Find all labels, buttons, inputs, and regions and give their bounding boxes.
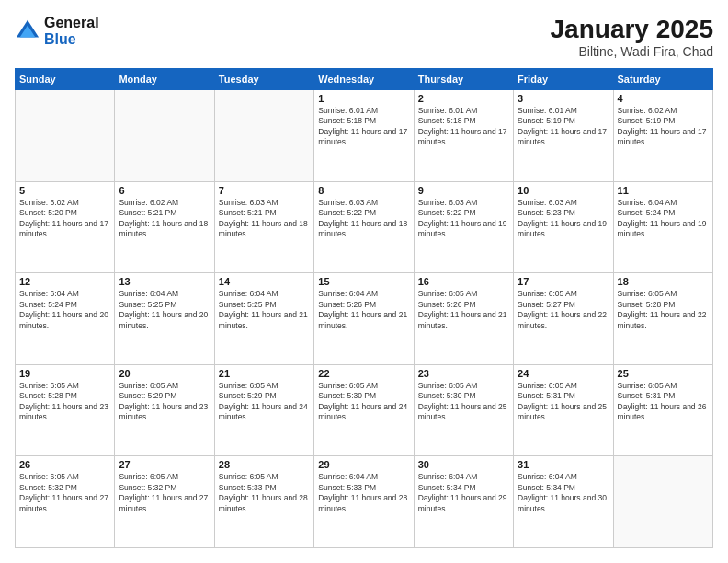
day-info: Sunrise: 6:02 AM Sunset: 5:19 PM Dayligh… xyxy=(618,106,709,148)
day-number: 13 xyxy=(119,276,210,287)
calendar-cell xyxy=(214,90,313,182)
col-tuesday: Tuesday xyxy=(214,69,313,90)
day-number: 30 xyxy=(418,459,509,470)
day-number: 26 xyxy=(19,459,110,470)
day-number: 24 xyxy=(518,368,609,379)
calendar-cell: 31Sunrise: 6:04 AM Sunset: 5:34 PM Dayli… xyxy=(514,456,613,548)
col-friday: Friday xyxy=(514,69,613,90)
day-number: 2 xyxy=(418,93,509,104)
day-info: Sunrise: 6:05 AM Sunset: 5:28 PM Dayligh… xyxy=(618,289,709,331)
day-number: 18 xyxy=(618,276,709,287)
calendar-cell: 1Sunrise: 6:01 AM Sunset: 5:18 PM Daylig… xyxy=(314,90,414,182)
calendar-cell: 19Sunrise: 6:05 AM Sunset: 5:28 PM Dayli… xyxy=(16,364,115,456)
calendar-cell: 3Sunrise: 6:01 AM Sunset: 5:19 PM Daylig… xyxy=(514,90,613,182)
calendar-table: Sunday Monday Tuesday Wednesday Thursday… xyxy=(15,68,713,548)
calendar-cell: 5Sunrise: 6:02 AM Sunset: 5:20 PM Daylig… xyxy=(16,181,115,273)
calendar-cell: 14Sunrise: 6:04 AM Sunset: 5:25 PM Dayli… xyxy=(214,273,313,365)
day-info: Sunrise: 6:05 AM Sunset: 5:26 PM Dayligh… xyxy=(418,289,509,331)
calendar-cell: 9Sunrise: 6:03 AM Sunset: 5:22 PM Daylig… xyxy=(414,181,513,273)
calendar-cell xyxy=(16,90,115,182)
day-info: Sunrise: 6:01 AM Sunset: 5:18 PM Dayligh… xyxy=(318,106,409,148)
calendar-cell: 12Sunrise: 6:04 AM Sunset: 5:24 PM Dayli… xyxy=(16,273,115,365)
calendar-week-4: 26Sunrise: 6:05 AM Sunset: 5:32 PM Dayli… xyxy=(16,456,713,548)
calendar-cell: 10Sunrise: 6:03 AM Sunset: 5:23 PM Dayli… xyxy=(514,181,613,273)
main-title: January 2025 xyxy=(551,15,713,44)
day-number: 27 xyxy=(119,459,210,470)
day-number: 25 xyxy=(618,368,709,379)
day-info: Sunrise: 6:05 AM Sunset: 5:33 PM Dayligh… xyxy=(219,472,310,514)
day-info: Sunrise: 6:02 AM Sunset: 5:21 PM Dayligh… xyxy=(119,198,210,240)
calendar-cell: 2Sunrise: 6:01 AM Sunset: 5:18 PM Daylig… xyxy=(414,90,513,182)
calendar-week-0: 1Sunrise: 6:01 AM Sunset: 5:18 PM Daylig… xyxy=(16,90,713,182)
day-info: Sunrise: 6:04 AM Sunset: 5:26 PM Dayligh… xyxy=(318,289,409,331)
calendar-cell: 4Sunrise: 6:02 AM Sunset: 5:19 PM Daylig… xyxy=(613,90,712,182)
calendar-cell: 22Sunrise: 6:05 AM Sunset: 5:30 PM Dayli… xyxy=(314,364,414,456)
day-info: Sunrise: 6:04 AM Sunset: 5:25 PM Dayligh… xyxy=(219,289,310,331)
col-thursday: Thursday xyxy=(414,69,513,90)
day-number: 14 xyxy=(219,276,310,287)
day-number: 19 xyxy=(19,368,110,379)
day-info: Sunrise: 6:03 AM Sunset: 5:21 PM Dayligh… xyxy=(219,198,310,240)
calendar-cell: 30Sunrise: 6:04 AM Sunset: 5:34 PM Dayli… xyxy=(414,456,513,548)
day-number: 15 xyxy=(318,276,409,287)
subtitle: Biltine, Wadi Fira, Chad xyxy=(551,44,713,59)
day-info: Sunrise: 6:05 AM Sunset: 5:31 PM Dayligh… xyxy=(518,381,609,423)
day-info: Sunrise: 6:05 AM Sunset: 5:29 PM Dayligh… xyxy=(119,381,210,423)
day-info: Sunrise: 6:03 AM Sunset: 5:23 PM Dayligh… xyxy=(518,198,609,240)
logo-blue: Blue xyxy=(44,31,99,48)
logo-text: General Blue xyxy=(44,15,99,47)
day-number: 23 xyxy=(418,368,509,379)
day-info: Sunrise: 6:05 AM Sunset: 5:30 PM Dayligh… xyxy=(418,381,509,423)
day-info: Sunrise: 6:04 AM Sunset: 5:24 PM Dayligh… xyxy=(19,289,110,331)
logo-general: General xyxy=(44,15,99,31)
day-number: 8 xyxy=(318,185,409,196)
day-info: Sunrise: 6:04 AM Sunset: 5:24 PM Dayligh… xyxy=(618,198,709,240)
calendar-cell: 26Sunrise: 6:05 AM Sunset: 5:32 PM Dayli… xyxy=(16,456,115,548)
calendar-cell: 11Sunrise: 6:04 AM Sunset: 5:24 PM Dayli… xyxy=(613,181,712,273)
col-sunday: Sunday xyxy=(16,69,115,90)
day-info: Sunrise: 6:01 AM Sunset: 5:19 PM Dayligh… xyxy=(518,106,609,148)
col-saturday: Saturday xyxy=(613,69,712,90)
day-number: 20 xyxy=(119,368,210,379)
calendar-cell: 7Sunrise: 6:03 AM Sunset: 5:21 PM Daylig… xyxy=(214,181,313,273)
logo-icon xyxy=(15,18,40,44)
day-number: 28 xyxy=(219,459,310,470)
day-info: Sunrise: 6:04 AM Sunset: 5:34 PM Dayligh… xyxy=(518,472,609,514)
calendar-cell: 20Sunrise: 6:05 AM Sunset: 5:29 PM Dayli… xyxy=(115,364,214,456)
calendar-cell: 23Sunrise: 6:05 AM Sunset: 5:30 PM Dayli… xyxy=(414,364,513,456)
calendar-cell: 6Sunrise: 6:02 AM Sunset: 5:21 PM Daylig… xyxy=(115,181,214,273)
logo: General Blue xyxy=(15,15,99,47)
col-monday: Monday xyxy=(115,69,214,90)
day-number: 6 xyxy=(119,185,210,196)
day-number: 21 xyxy=(219,368,310,379)
day-number: 7 xyxy=(219,185,310,196)
day-number: 3 xyxy=(518,93,609,104)
calendar-cell: 25Sunrise: 6:05 AM Sunset: 5:31 PM Dayli… xyxy=(613,364,712,456)
calendar-cell: 15Sunrise: 6:04 AM Sunset: 5:26 PM Dayli… xyxy=(314,273,414,365)
day-info: Sunrise: 6:05 AM Sunset: 5:32 PM Dayligh… xyxy=(119,472,210,514)
day-number: 31 xyxy=(518,459,609,470)
header: General Blue January 2025 Biltine, Wadi … xyxy=(15,15,713,59)
calendar-cell: 29Sunrise: 6:04 AM Sunset: 5:33 PM Dayli… xyxy=(314,456,414,548)
day-info: Sunrise: 6:05 AM Sunset: 5:32 PM Dayligh… xyxy=(19,472,110,514)
calendar-cell xyxy=(115,90,214,182)
calendar-header-row: Sunday Monday Tuesday Wednesday Thursday… xyxy=(16,69,713,90)
day-number: 1 xyxy=(318,93,409,104)
calendar-week-2: 12Sunrise: 6:04 AM Sunset: 5:24 PM Dayli… xyxy=(16,273,713,365)
day-number: 4 xyxy=(618,93,709,104)
day-info: Sunrise: 6:04 AM Sunset: 5:34 PM Dayligh… xyxy=(418,472,509,514)
calendar-cell: 17Sunrise: 6:05 AM Sunset: 5:27 PM Dayli… xyxy=(514,273,613,365)
day-info: Sunrise: 6:03 AM Sunset: 5:22 PM Dayligh… xyxy=(418,198,509,240)
day-number: 12 xyxy=(19,276,110,287)
day-number: 17 xyxy=(518,276,609,287)
day-info: Sunrise: 6:03 AM Sunset: 5:22 PM Dayligh… xyxy=(318,198,409,240)
calendar-cell: 24Sunrise: 6:05 AM Sunset: 5:31 PM Dayli… xyxy=(514,364,613,456)
day-info: Sunrise: 6:04 AM Sunset: 5:33 PM Dayligh… xyxy=(318,472,409,514)
day-info: Sunrise: 6:05 AM Sunset: 5:27 PM Dayligh… xyxy=(518,289,609,331)
calendar-cell: 27Sunrise: 6:05 AM Sunset: 5:32 PM Dayli… xyxy=(115,456,214,548)
calendar-cell: 18Sunrise: 6:05 AM Sunset: 5:28 PM Dayli… xyxy=(613,273,712,365)
day-info: Sunrise: 6:05 AM Sunset: 5:28 PM Dayligh… xyxy=(19,381,110,423)
calendar-cell xyxy=(613,456,712,548)
day-number: 10 xyxy=(518,185,609,196)
calendar-cell: 28Sunrise: 6:05 AM Sunset: 5:33 PM Dayli… xyxy=(214,456,313,548)
